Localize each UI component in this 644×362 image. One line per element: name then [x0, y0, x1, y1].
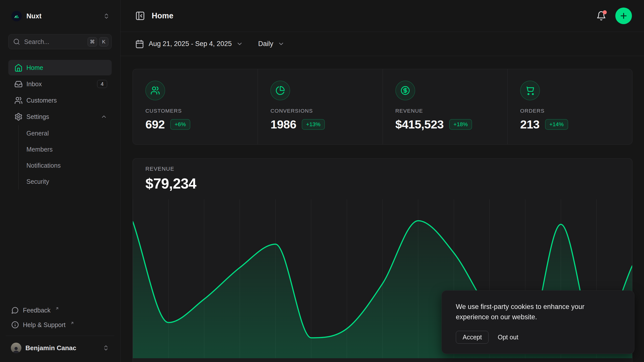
stat-label: ORDERS: [520, 108, 620, 114]
period-value: Daily: [258, 40, 273, 48]
stats-panel: CUSTOMERS 692 +6% CONVERSIONS 1986 +13%: [133, 69, 632, 145]
users-icon: [145, 81, 165, 100]
nuxt-logo-icon: [11, 11, 22, 21]
notification-dot: [603, 10, 607, 14]
stat-card-conversions[interactable]: CONVERSIONS 1986 +13%: [258, 69, 382, 144]
stat-label: CUSTOMERS: [145, 108, 245, 114]
users-icon: [14, 96, 23, 105]
search-placeholder: Search...: [24, 38, 84, 46]
chevron-down-icon: [236, 40, 243, 47]
home-icon: [14, 64, 23, 72]
stat-card-orders[interactable]: ORDERS 213 +14%: [507, 69, 632, 144]
cart-icon: [520, 81, 540, 100]
help-support-link[interactable]: Help & Support: [8, 318, 112, 332]
circle-dollar-icon: [395, 81, 415, 100]
stat-value: 213: [520, 117, 540, 131]
kbd-k: K: [99, 37, 108, 47]
sidebar-toggle-icon[interactable]: [135, 11, 145, 21]
gear-icon: [14, 113, 23, 121]
stat-delta-badge: +13%: [302, 119, 325, 130]
stat-delta-badge: +14%: [545, 119, 568, 130]
revenue-total: $79,234: [145, 175, 620, 192]
external-link-icon: [55, 306, 59, 310]
date-range-picker[interactable]: Aug 21, 2025 - Sep 4, 2025: [135, 39, 243, 49]
cookie-optout-button[interactable]: Opt out: [498, 334, 518, 341]
search-shortcut: ⌘ K: [88, 37, 108, 47]
sidebar-spacer: [8, 190, 112, 303]
workspace-switcher[interactable]: Nuxt: [8, 9, 112, 23]
revenue-label: REVENUE: [145, 166, 620, 172]
calendar-icon: [135, 39, 144, 49]
inbox-count-badge: 4: [97, 80, 107, 88]
stat-delta-badge: +6%: [170, 119, 190, 130]
stat-value: 692: [145, 117, 165, 131]
sidebar-item-security[interactable]: Security: [26, 173, 112, 190]
settings-subnav: General Members Notifications Security: [18, 125, 112, 190]
sidebar-item-home[interactable]: Home: [8, 60, 112, 75]
avatar: [11, 343, 21, 353]
add-button[interactable]: [615, 8, 632, 24]
sidebar-item-notifications[interactable]: Notifications: [26, 157, 112, 173]
sidebar-divider: [6, 336, 114, 336]
plus-icon: [619, 12, 628, 20]
stat-value: 1986: [270, 117, 296, 131]
stat-label: REVENUE: [395, 108, 495, 114]
chevrons-up-down-icon: [103, 13, 110, 19]
sidebar: Nuxt Search... ⌘ K Home: [0, 0, 120, 362]
chevrons-up-down-icon: [103, 345, 109, 351]
sidebar-item-members[interactable]: Members: [26, 141, 112, 157]
stat-card-customers[interactable]: CUSTOMERS 692 +6%: [133, 69, 258, 144]
cookie-banner: We use first-party cookies to enhance yo…: [441, 290, 634, 354]
cookie-accept-button[interactable]: Accept: [456, 331, 489, 344]
sidebar-item-inbox[interactable]: Inbox 4: [8, 76, 112, 92]
page-title: Home: [152, 11, 173, 20]
inbox-icon: [14, 80, 23, 88]
chevron-down-icon: [278, 40, 285, 47]
stat-delta-badge: +18%: [449, 119, 472, 130]
stat-card-revenue[interactable]: REVENUE $415,523 +18%: [383, 69, 507, 144]
search-icon: [13, 38, 20, 45]
chat-bubble-icon: [11, 306, 19, 314]
kbd-cmd: ⌘: [88, 37, 97, 47]
sidebar-item-settings[interactable]: Settings: [8, 109, 112, 124]
search-input[interactable]: Search... ⌘ K: [8, 34, 112, 49]
feedback-link[interactable]: Feedback: [8, 303, 112, 318]
stat-label: CONVERSIONS: [270, 108, 370, 114]
sidebar-item-general[interactable]: General: [26, 125, 112, 141]
user-name: Benjamin Canac: [25, 344, 99, 352]
period-select[interactable]: Daily: [258, 40, 285, 48]
cookie-message: We use first-party cookies to enhance yo…: [456, 302, 604, 322]
page-header: Home: [120, 0, 644, 32]
chevron-up-icon: [101, 113, 107, 120]
info-icon: [11, 321, 19, 329]
sidebar-item-customers[interactable]: Customers: [8, 93, 112, 108]
stat-value: $415,523: [395, 117, 444, 131]
filters-toolbar: Aug 21, 2025 - Sep 4, 2025 Daily: [120, 32, 644, 56]
user-menu[interactable]: Benjamin Canac: [8, 340, 112, 356]
brand-name: Nuxt: [26, 12, 99, 20]
notifications-button[interactable]: [596, 11, 606, 21]
date-range-value: Aug 21, 2025 - Sep 4, 2025: [149, 40, 232, 48]
pie-chart-icon: [270, 81, 290, 100]
external-link-icon: [70, 321, 74, 325]
sidebar-nav: Home Inbox 4 Customers Settings: [8, 60, 112, 190]
